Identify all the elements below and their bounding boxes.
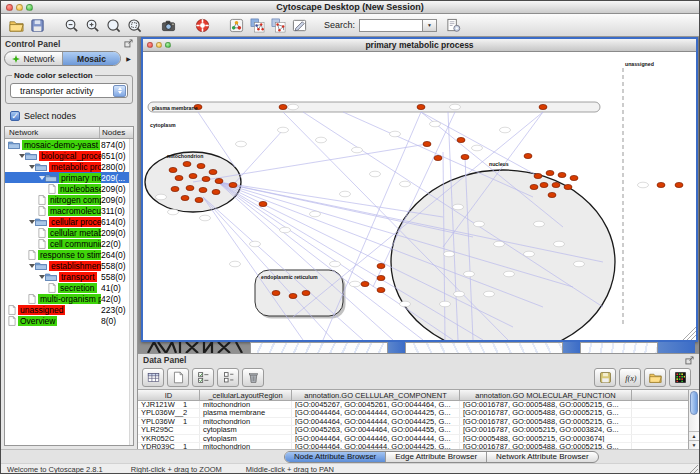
table-column-header[interactable]: annotation.GO CELLULAR_COMPONENT <box>292 390 460 401</box>
select-attributes-button[interactable] <box>192 368 214 387</box>
network-node[interactable] <box>423 141 431 146</box>
network-node[interactable] <box>457 137 465 142</box>
snapshot-button[interactable] <box>158 15 179 35</box>
background-window[interactable] <box>250 342 388 353</box>
network-node[interactable] <box>534 173 542 178</box>
tree-row[interactable]: biological_process651(0) <box>5 150 133 161</box>
tree-row[interactable]: cell communicat22(0) <box>5 238 133 249</box>
minimize-view-button[interactable] <box>156 42 162 48</box>
tree-row[interactable]: response to stimulu264(0) <box>5 249 133 260</box>
create-attribute-button[interactable] <box>167 368 189 387</box>
network-node[interactable] <box>539 104 547 109</box>
network-node-label[interactable] <box>400 301 411 307</box>
network-node[interactable] <box>548 192 556 197</box>
table-row[interactable]: YJR121W__1mitochondrion[GO:0045267, GO:0… <box>138 401 688 409</box>
network-node-label[interactable] <box>330 261 341 267</box>
network-node[interactable] <box>199 187 207 192</box>
network-node[interactable] <box>197 163 205 168</box>
network-node-label[interactable] <box>453 204 464 210</box>
search-dropdown-button[interactable]: ▼ <box>423 19 437 32</box>
network-node-label[interactable] <box>390 131 401 137</box>
search-options-button[interactable] <box>443 15 464 35</box>
network-node[interactable] <box>302 290 310 295</box>
table-row[interactable]: YKR052Ccytoplasm[GO:0044464, GO:0044446,… <box>138 435 688 443</box>
delete-attribute-button[interactable] <box>242 368 264 387</box>
network-node[interactable] <box>209 169 217 174</box>
network-node-label[interactable] <box>444 251 455 257</box>
network-node-label[interactable] <box>310 211 321 217</box>
network-node[interactable] <box>181 195 189 200</box>
minimize-window-button[interactable] <box>16 4 23 11</box>
expander-icon[interactable] <box>28 264 35 268</box>
zoom-fit-network-button[interactable] <box>124 15 145 35</box>
tab-scroll-right-icon[interactable]: ▶ <box>123 52 134 65</box>
network-node-label[interactable] <box>250 241 261 247</box>
network-node[interactable] <box>215 178 223 183</box>
table-row[interactable]: YPL036W__2plasma membrane[GO:0044464, GO… <box>138 409 688 417</box>
layout-tool-button[interactable] <box>247 15 268 35</box>
annotation-button[interactable] <box>289 15 310 35</box>
background-network-thumbnail[interactable] <box>146 342 246 353</box>
search-input[interactable] <box>359 19 423 32</box>
background-window-edge[interactable] <box>388 342 405 353</box>
tree-row[interactable]: secretion41(0) <box>5 282 133 293</box>
tree-row[interactable]: macromolecule311(0) <box>5 205 133 216</box>
table-row[interactable]: YPL036W__1mitochondrion[GO:0044464, GO:0… <box>138 418 688 426</box>
table-column-header[interactable]: ID <box>138 390 200 401</box>
network-node-label[interactable] <box>400 181 411 187</box>
tree-scrollbar[interactable] <box>129 139 133 445</box>
table-scrollbar[interactable]: ▲ ▼ <box>688 390 699 449</box>
network-node-label[interactable] <box>352 147 363 153</box>
network-node[interactable] <box>229 182 237 187</box>
select-nodes-checkbox[interactable]: ✓ <box>10 111 20 121</box>
background-window[interactable] <box>405 342 563 353</box>
network-node[interactable] <box>189 173 197 178</box>
network-node[interactable] <box>675 182 683 187</box>
zoom-in-button[interactable] <box>82 15 103 35</box>
zoom-out-button[interactable] <box>61 15 82 35</box>
tree-row[interactable]: unassigned223(0) <box>5 304 133 315</box>
help-button[interactable] <box>192 15 213 35</box>
tree-row[interactable]: nucleobase-209(0) <box>5 183 133 194</box>
unselect-attributes-button[interactable] <box>217 368 239 387</box>
background-window-edge[interactable] <box>563 342 580 353</box>
network-node-label[interactable] <box>554 241 565 247</box>
import-attributes-button[interactable] <box>594 368 616 387</box>
float-panel-icon[interactable] <box>124 39 133 48</box>
network-node-label[interactable] <box>464 271 475 277</box>
tree-col-nodes[interactable]: Nodes <box>100 127 133 138</box>
network-node[interactable] <box>272 290 280 295</box>
scroll-up-icon[interactable]: ▲ <box>689 431 699 440</box>
network-node-label[interactable] <box>500 127 511 133</box>
network-node[interactable] <box>195 197 203 202</box>
network-node[interactable] <box>570 175 578 180</box>
network-node-label[interactable] <box>454 291 465 297</box>
network-node[interactable] <box>175 175 183 180</box>
close-window-button[interactable] <box>6 4 13 11</box>
scroll-down-icon[interactable]: ▼ <box>689 440 699 449</box>
tab-network[interactable]: Network <box>5 52 63 65</box>
network-node-label[interactable] <box>156 194 167 200</box>
network-node[interactable] <box>540 182 548 187</box>
network-node-label[interactable] <box>574 261 585 267</box>
expander-icon[interactable] <box>28 220 35 224</box>
network-window-titlebar[interactable]: primary metabolic process <box>143 39 696 52</box>
tree-row[interactable]: primary metabo209(... <box>5 172 133 183</box>
network-node-label[interactable] <box>638 182 649 188</box>
tree-row[interactable]: establishment of lo558(0) <box>5 260 133 271</box>
network-node-label[interactable] <box>440 301 451 307</box>
plasma-membrane-region[interactable] <box>148 102 600 112</box>
network-node[interactable] <box>552 182 560 187</box>
network-node-label[interactable] <box>350 281 361 287</box>
load-attributes-button[interactable] <box>644 368 666 387</box>
table-column-header[interactable]: _cellularLayoutRegion <box>200 390 292 401</box>
network-node-label[interactable] <box>236 141 247 147</box>
network-node-label[interactable] <box>288 104 299 110</box>
background-window[interactable] <box>580 342 658 353</box>
zoom-view-button[interactable] <box>165 42 171 48</box>
function-builder-button[interactable]: f(x) <box>619 368 641 387</box>
network-node-label[interactable] <box>370 171 381 177</box>
expander-icon[interactable] <box>28 165 35 169</box>
matrix-view-button[interactable] <box>669 368 691 387</box>
tab-node-attribute-browser[interactable]: Node Attribute Browser <box>285 452 386 462</box>
